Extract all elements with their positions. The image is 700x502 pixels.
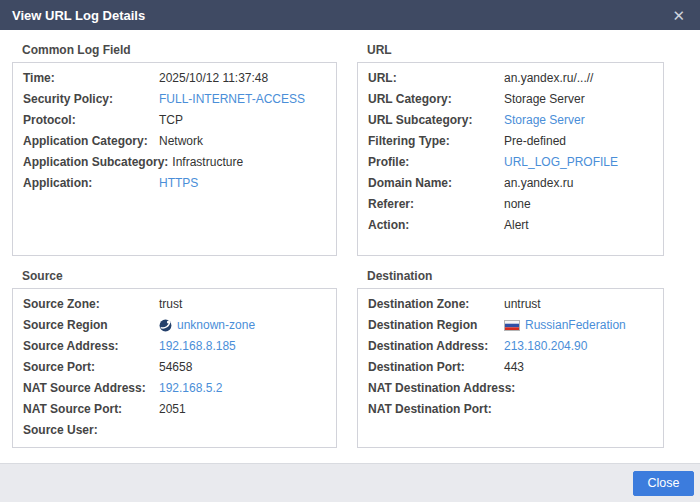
field-label: Application Category: bbox=[23, 131, 159, 152]
section-destination: Destination Destination Zone:untrustDest… bbox=[357, 256, 664, 448]
field-label: Source Port: bbox=[23, 357, 159, 378]
field-row: Destination Zone:untrust bbox=[368, 294, 663, 315]
section-legend-destination: Destination bbox=[367, 270, 664, 283]
field-value-link[interactable]: 213.180.204.90 bbox=[504, 336, 587, 357]
field-value: 443 bbox=[504, 357, 524, 378]
russia-flag-icon bbox=[504, 320, 520, 331]
field-label: Referer: bbox=[368, 194, 504, 215]
field-label: NAT Destination Address: bbox=[368, 378, 519, 399]
field-row: Destination Port:443 bbox=[368, 357, 663, 378]
globe-icon bbox=[159, 319, 172, 332]
field-row: Protocol:TCP bbox=[23, 110, 336, 131]
field-row: Application Subcategory:Infrastructure bbox=[23, 152, 336, 173]
field-row: Referer:none bbox=[368, 194, 663, 215]
field-row: NAT Source Port:2051 bbox=[23, 399, 336, 420]
field-row: Profile:URL_LOG_PROFILE bbox=[368, 152, 663, 173]
field-row: Destination RegionRussianFederation bbox=[368, 315, 663, 336]
field-row: Application Category:Network bbox=[23, 131, 336, 152]
field-value-link[interactable]: Storage Server bbox=[504, 110, 585, 131]
field-value: untrust bbox=[504, 294, 541, 315]
field-row: NAT Source Address:192.168.5.2 bbox=[23, 378, 336, 399]
close-icon[interactable]: ✕ bbox=[669, 6, 688, 25]
field-row: Domain Name:an.yandex.ru bbox=[368, 173, 663, 194]
field-label: Application: bbox=[23, 173, 159, 194]
field-row: NAT Destination Port: bbox=[368, 399, 663, 420]
field-row: Action:Alert bbox=[368, 215, 663, 236]
field-row: URL Category:Storage Server bbox=[368, 89, 663, 110]
field-row: Application:HTTPS bbox=[23, 173, 336, 194]
field-label: NAT Source Port: bbox=[23, 399, 159, 420]
field-value-link[interactable]: HTTPS bbox=[159, 173, 198, 194]
field-label: Protocol: bbox=[23, 110, 159, 131]
field-value: Storage Server bbox=[504, 89, 585, 110]
url-log-details-dialog: View URL Log Details ✕ Common Log Field … bbox=[0, 0, 700, 502]
section-source: Source Source Zone:trustSource Regionunk… bbox=[12, 256, 337, 448]
field-value: none bbox=[504, 194, 531, 215]
field-label: Source User: bbox=[23, 420, 159, 441]
field-row: URL:an.yandex.ru/...// bbox=[368, 68, 663, 89]
section-legend-common: Common Log Field bbox=[22, 44, 337, 57]
field-label: Destination Region bbox=[368, 315, 504, 336]
field-row: Source Address:192.168.8.185 bbox=[23, 336, 336, 357]
field-row: NAT Destination Address: bbox=[368, 378, 663, 399]
sections-grid: Common Log Field Time:2025/10/12 11:37:4… bbox=[12, 42, 664, 448]
field-value: Alert bbox=[504, 215, 529, 236]
close-button[interactable]: Close bbox=[633, 471, 694, 496]
field-label: NAT Source Address: bbox=[23, 378, 159, 399]
section-legend-url: URL bbox=[367, 44, 664, 57]
field-label: Source Region bbox=[23, 315, 159, 336]
field-label: URL Subcategory: bbox=[368, 110, 504, 131]
field-label: Source Address: bbox=[23, 336, 159, 357]
field-row: URL Subcategory:Storage Server bbox=[368, 110, 663, 131]
field-label: Source Zone: bbox=[23, 294, 159, 315]
field-row: Destination Address:213.180.204.90 bbox=[368, 336, 663, 357]
field-row: Source Port:54658 bbox=[23, 357, 336, 378]
field-label: Destination Zone: bbox=[368, 294, 504, 315]
dialog-title: View URL Log Details bbox=[12, 8, 145, 23]
section-box-common: Time:2025/10/12 11:37:48Security Policy:… bbox=[12, 62, 337, 256]
section-box-destination: Destination Zone:untrustDestination Regi… bbox=[357, 288, 664, 448]
field-value-link[interactable]: URL_LOG_PROFILE bbox=[504, 152, 618, 173]
field-label: Filtering Type: bbox=[368, 131, 504, 152]
field-label: URL: bbox=[368, 68, 504, 89]
field-value: trust bbox=[159, 294, 182, 315]
dialog-titlebar: View URL Log Details ✕ bbox=[0, 0, 700, 30]
field-value-link[interactable]: RussianFederation bbox=[504, 315, 626, 336]
field-label: Action: bbox=[368, 215, 504, 236]
field-value: 54658 bbox=[159, 357, 192, 378]
field-value: 2051 bbox=[159, 399, 186, 420]
section-box-url: URL:an.yandex.ru/...//URL Category:Stora… bbox=[357, 62, 664, 256]
field-row: Filtering Type:Pre-defined bbox=[368, 131, 663, 152]
field-label: Profile: bbox=[368, 152, 504, 173]
field-label: URL Category: bbox=[368, 89, 504, 110]
field-value-link[interactable]: FULL-INTERNET-ACCESS bbox=[159, 89, 305, 110]
field-value: an.yandex.ru bbox=[504, 173, 573, 194]
field-label: Application Subcategory: bbox=[23, 152, 172, 173]
field-label: Domain Name: bbox=[368, 173, 504, 194]
section-url: URL URL:an.yandex.ru/...//URL Category:S… bbox=[357, 42, 664, 256]
field-value: 2025/10/12 11:37:48 bbox=[159, 68, 268, 89]
field-value: Pre-defined bbox=[504, 131, 566, 152]
field-label: Destination Port: bbox=[368, 357, 504, 378]
field-value: Infrastructure bbox=[172, 152, 243, 173]
field-row: Time:2025/10/12 11:37:48 bbox=[23, 68, 336, 89]
field-row: Source User: bbox=[23, 420, 336, 441]
field-row: Source Regionunknown-zone bbox=[23, 315, 336, 336]
field-value-link[interactable]: unknown-zone bbox=[159, 315, 255, 336]
dialog-body: Common Log Field Time:2025/10/12 11:37:4… bbox=[0, 30, 700, 463]
field-row: Security Policy:FULL-INTERNET-ACCESS bbox=[23, 89, 336, 110]
field-label: NAT Destination Port: bbox=[368, 399, 504, 420]
section-box-source: Source Zone:trustSource Regionunknown-zo… bbox=[12, 288, 337, 448]
section-common-log-field: Common Log Field Time:2025/10/12 11:37:4… bbox=[12, 42, 337, 256]
field-row: Source Zone:trust bbox=[23, 294, 336, 315]
field-label: Time: bbox=[23, 68, 159, 89]
field-value-link[interactable]: 192.168.5.2 bbox=[159, 378, 222, 399]
field-label: Destination Address: bbox=[368, 336, 504, 357]
section-legend-source: Source bbox=[22, 270, 337, 283]
field-value-link[interactable]: 192.168.8.185 bbox=[159, 336, 236, 357]
field-value: TCP bbox=[159, 110, 183, 131]
field-value: an.yandex.ru/...// bbox=[504, 68, 593, 89]
field-value: Network bbox=[159, 131, 203, 152]
dialog-footer: Close bbox=[0, 463, 700, 502]
field-label: Security Policy: bbox=[23, 89, 159, 110]
